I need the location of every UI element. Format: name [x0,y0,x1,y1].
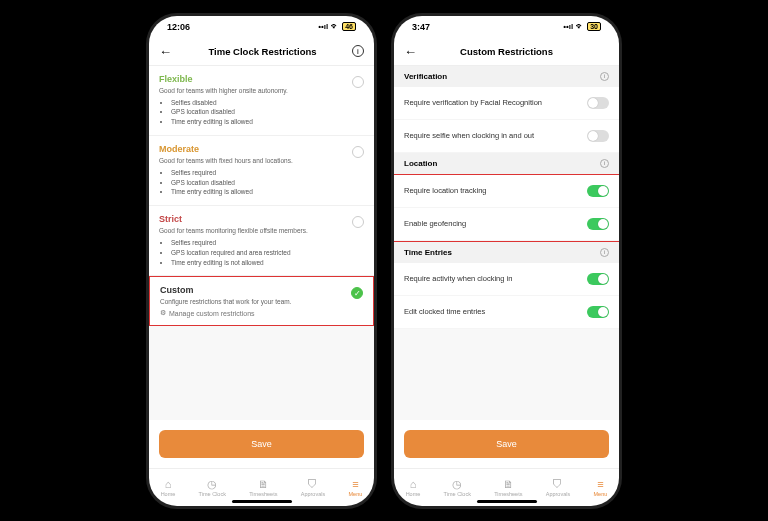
radio-icon[interactable] [352,76,364,88]
home-indicator [232,500,292,503]
status-time: 3:47 [412,22,430,32]
option-strict[interactable]: Strict Good for teams monitoring flexibl… [149,206,374,276]
header: ← Time Clock Restrictions i [149,38,374,66]
radio-icon[interactable] [352,216,364,228]
save-area: Save [149,420,374,468]
gear-icon: ⚙ [160,309,166,317]
bullet: GPS location disabled [171,178,364,188]
clock-icon: ◷ [207,479,217,490]
option-moderate[interactable]: Moderate Good for teams with fixed hours… [149,136,374,206]
bullet: Time entry editing is allowed [171,187,364,197]
wifi-icon: ᯤ [331,22,339,31]
save-area: Save [394,420,619,468]
option-subtitle: Good for teams with higher onsite autono… [159,87,364,94]
toggle-off[interactable] [587,130,609,142]
statusbar: 12:06 ••ıl ᯤ 46 [149,16,374,38]
battery-badge: 46 [342,22,356,31]
row-label: Require location tracking [404,186,487,195]
menu-icon: ≡ [352,479,358,490]
bullet: GPS location disabled [171,107,364,117]
option-title: Moderate [159,144,364,154]
clock-icon: ◷ [452,479,462,490]
tab-menu[interactable]: ≡Menu [349,479,363,497]
shield-icon: ⛉ [307,479,318,490]
info-icon[interactable]: i [600,72,609,81]
tab-timeclock[interactable]: ◷Time Clock [444,479,471,497]
header: ← Custom Restrictions [394,38,619,66]
tab-timeclock[interactable]: ◷Time Clock [199,479,226,497]
bullet: Selfies required [171,238,364,248]
shield-icon: ⛉ [552,479,563,490]
option-custom[interactable]: Custom Configure restrictions that work … [149,276,374,326]
signal-icon: ••ıl [318,22,328,31]
radio-icon[interactable] [352,146,364,158]
tab-home[interactable]: ⌂Home [406,479,421,497]
toggle-on[interactable] [587,185,609,197]
manage-label: Manage custom restrictions [169,310,255,317]
option-flexible[interactable]: Flexible Good for teams with higher onsi… [149,66,374,136]
row-facial-recognition: Require verification by Facial Recogniti… [394,87,619,120]
bullet: GPS location required and area restricte… [171,248,364,258]
tab-approvals[interactable]: ⛉Approvals [546,479,570,497]
row-geofencing: Enable geofencing [394,208,619,241]
phone-right: 3:47 ••ıl ᯤ 30 ← Custom Restrictions Ver… [394,16,619,506]
option-title: Flexible [159,74,364,84]
highlight-location-rows: Require location tracking Enable geofenc… [394,174,619,242]
row-label: Require selfie when clocking in and out [404,131,534,140]
signal-icon: ••ıl [563,22,573,31]
statusbar: 3:47 ••ıl ᯤ 30 [394,16,619,38]
row-label: Edit clocked time entries [404,307,485,316]
page-title: Custom Restrictions [418,46,595,57]
sheet-icon: 🗎 [503,479,514,490]
bullet: Selfies required [171,168,364,178]
manage-custom-link[interactable]: ⚙ Manage custom restrictions [160,309,363,317]
option-subtitle: Configure restrictions that work for you… [160,298,363,305]
bullet: Time entry editing is not allowed [171,258,364,268]
info-icon[interactable]: i [600,248,609,257]
section-title: Location [404,159,437,168]
option-title: Strict [159,214,364,224]
section-location: Location i [394,153,619,174]
toggle-on[interactable] [587,306,609,318]
section-title: Verification [404,72,447,81]
row-location-tracking: Require location tracking [394,175,619,208]
option-title: Custom [160,285,363,295]
back-icon[interactable]: ← [404,44,418,59]
row-activity: Require activity when clocking in [394,263,619,296]
home-icon: ⌂ [410,479,417,490]
back-icon[interactable]: ← [159,44,173,59]
tab-home[interactable]: ⌂Home [161,479,176,497]
menu-icon: ≡ [597,479,603,490]
sheet-icon: 🗎 [258,479,269,490]
section-title: Time Entries [404,248,452,257]
tab-timesheets[interactable]: 🗎Timesheets [494,479,522,497]
info-icon[interactable]: i [600,159,609,168]
battery-badge: 30 [587,22,601,31]
row-label: Require activity when clocking in [404,274,512,283]
content: Verification i Require verification by F… [394,66,619,420]
page-title: Time Clock Restrictions [173,46,352,57]
save-button[interactable]: Save [404,430,609,458]
toggle-off[interactable] [587,97,609,109]
home-indicator [477,500,537,503]
bullet: Selfies disabled [171,98,364,108]
info-icon[interactable]: i [352,45,364,57]
toggle-on[interactable] [587,273,609,285]
bullet: Time entry editing is allowed [171,117,364,127]
wifi-icon: ᯤ [576,22,584,31]
tab-approvals[interactable]: ⛉Approvals [301,479,325,497]
tab-timesheets[interactable]: 🗎Timesheets [249,479,277,497]
row-selfie: Require selfie when clocking in and out [394,120,619,153]
toggle-on[interactable] [587,218,609,230]
content: Flexible Good for teams with higher onsi… [149,66,374,420]
phone-left: 12:06 ••ıl ᯤ 46 ← Time Clock Restriction… [149,16,374,506]
section-verification: Verification i [394,66,619,87]
section-time-entries: Time Entries i [394,242,619,263]
save-button[interactable]: Save [159,430,364,458]
option-subtitle: Good for teams monitoring flexible offsi… [159,227,364,234]
tab-menu[interactable]: ≡Menu [594,479,608,497]
row-edit-time: Edit clocked time entries [394,296,619,329]
row-label: Enable geofencing [404,219,466,228]
row-label: Require verification by Facial Recogniti… [404,98,542,107]
option-subtitle: Good for teams with fixed hours and loca… [159,157,364,164]
